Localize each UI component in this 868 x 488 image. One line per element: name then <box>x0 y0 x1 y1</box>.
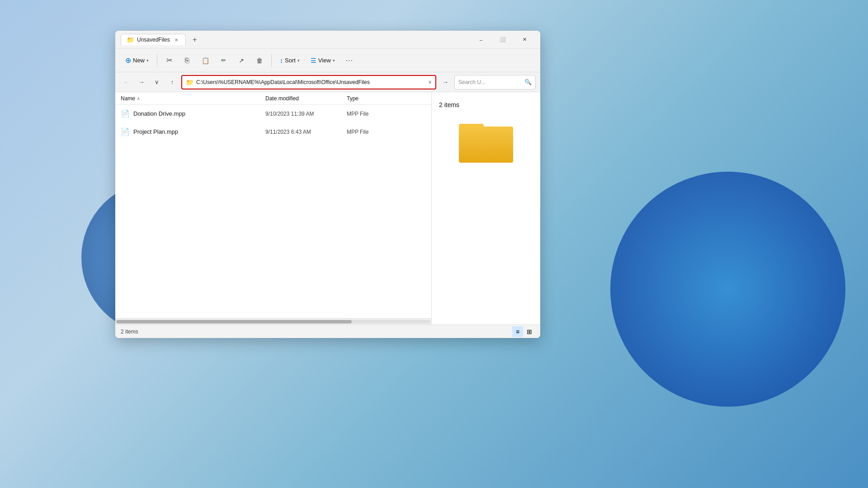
addressbar-row: ← → ∨ ↑ 📁 C:\Users\%USERNAME%\AppData\Lo… <box>115 72 540 92</box>
folder-body <box>459 127 513 163</box>
address-dropdown-icon: ∨ <box>428 79 432 85</box>
more-options-button[interactable]: ··· <box>341 52 358 69</box>
table-row[interactable]: 📄 Project Plan.mpp 9/11/2023 6:43 AM MPP… <box>115 123 431 141</box>
view-chevron-icon: ▾ <box>333 58 335 63</box>
status-bar: 2 items ≡ ⊞ <box>115 324 540 338</box>
scrollbar-track <box>116 320 430 324</box>
maximize-button[interactable]: ⬜ <box>492 33 513 47</box>
table-row[interactable]: 📄 Donation Drive.mpp 9/10/2023 11:39 AM … <box>115 105 431 123</box>
file-row-name-0: 📄 Donation Drive.mpp <box>121 109 265 118</box>
file-date-0: 9/10/2023 11:39 AM <box>265 111 347 117</box>
preview-folder-icon <box>459 117 513 163</box>
view-label: View <box>318 57 331 64</box>
window-controls: – ⬜ ✕ <box>471 33 535 47</box>
scrollbar-thumb[interactable] <box>116 320 352 324</box>
file-type-0: MPP File <box>347 111 401 117</box>
title-bar: 📁 UnsavedFiles ✕ + – ⬜ ✕ <box>115 31 540 49</box>
title-bar-left: 📁 UnsavedFiles ✕ + <box>121 33 471 46</box>
new-icon: ⊕ <box>125 56 131 65</box>
search-box[interactable]: Search U... 🔍 <box>454 75 536 89</box>
delete-button[interactable]: 🗑 <box>251 52 268 69</box>
tab-close-button[interactable]: ✕ <box>173 36 180 43</box>
file-name-0: Donation Drive.mpp <box>133 110 185 117</box>
name-column-header[interactable]: Name ∧ <box>121 95 265 102</box>
minimize-button[interactable]: – <box>471 33 491 47</box>
name-sort-arrow: ∧ <box>137 96 140 101</box>
window-tab[interactable]: 📁 UnsavedFiles ✕ <box>121 34 186 45</box>
file-type-1: MPP File <box>347 129 401 135</box>
sort-button[interactable]: ↕ Sort ▾ <box>275 54 304 67</box>
horizontal-scrollbar[interactable] <box>115 318 431 324</box>
preview-panel: 2 items <box>432 92 540 324</box>
date-column-header[interactable]: Date modified <box>265 95 347 102</box>
search-placeholder-text: Search U... <box>458 79 486 85</box>
file-date-1: 9/11/2023 6:43 AM <box>265 129 347 135</box>
type-column-header[interactable]: Type <box>347 95 401 102</box>
file-icon-1: 📄 <box>121 127 130 136</box>
toolbar-separator-1 <box>157 54 157 67</box>
file-rows: 📄 Donation Drive.mpp 9/10/2023 11:39 AM … <box>115 105 431 318</box>
file-list-panel: Name ∧ Date modified Type 📄 Donation Dri… <box>115 92 432 324</box>
sort-chevron-icon: ▾ <box>297 58 300 63</box>
toolbar: ⊕ New ▾ ✂ ⎘ 📋 ✏ ↗ 🗑 ↕ Sort ▾ ☰ View ▾ ··… <box>115 49 540 72</box>
file-name-1: Project Plan.mpp <box>133 128 178 135</box>
content-area: Name ∧ Date modified Type 📄 Donation Dri… <box>115 92 540 324</box>
view-button[interactable]: ☰ View ▾ <box>306 54 340 67</box>
new-tab-button[interactable]: + <box>189 33 201 46</box>
address-path: C:\Users\%USERNAME%\AppData\Local\Micros… <box>196 79 425 85</box>
tab-title: UnsavedFiles <box>137 37 170 43</box>
sort-label: Sort <box>285 57 296 64</box>
address-folder-icon: 📁 <box>186 79 193 86</box>
file-icon-0: 📄 <box>121 109 130 118</box>
address-go-button[interactable]: → <box>439 76 452 89</box>
recent-locations-button[interactable]: ∨ <box>151 76 163 89</box>
new-button[interactable]: ⊕ New ▾ <box>121 53 153 67</box>
address-bar[interactable]: 📁 C:\Users\%USERNAME%\AppData\Local\Micr… <box>181 75 436 89</box>
status-count: 2 items <box>121 328 138 335</box>
tab-folder-icon: 📁 <box>127 36 134 43</box>
copy-button[interactable]: ⎘ <box>179 52 195 69</box>
search-icon: 🔍 <box>524 79 532 85</box>
sort-icon: ↕ <box>280 57 283 64</box>
file-row-name-1: 📄 Project Plan.mpp <box>121 127 265 136</box>
new-chevron-icon: ▾ <box>146 58 149 63</box>
back-button[interactable]: ← <box>120 76 132 89</box>
new-label: New <box>133 57 145 64</box>
view-icon: ☰ <box>311 57 316 64</box>
view-toggle: ≡ ⊞ <box>512 326 535 337</box>
paste-button[interactable]: 📋 <box>197 52 213 69</box>
cut-button[interactable]: ✂ <box>161 52 177 69</box>
list-view-button[interactable]: ≡ <box>512 326 523 337</box>
forward-button[interactable]: → <box>135 76 148 89</box>
file-explorer-window: 📁 UnsavedFiles ✕ + – ⬜ ✕ ⊕ New ▾ ✂ ⎘ 📋 ✏… <box>115 31 540 338</box>
share-button[interactable]: ↗ <box>233 52 250 69</box>
up-button[interactable]: ↑ <box>166 76 179 89</box>
grid-view-button[interactable]: ⊞ <box>524 326 535 337</box>
close-button[interactable]: ✕ <box>514 33 535 47</box>
column-headers: Name ∧ Date modified Type <box>115 92 431 105</box>
rename-button[interactable]: ✏ <box>215 52 231 69</box>
preview-count: 2 items <box>439 101 459 108</box>
toolbar-separator-2 <box>271 54 272 67</box>
